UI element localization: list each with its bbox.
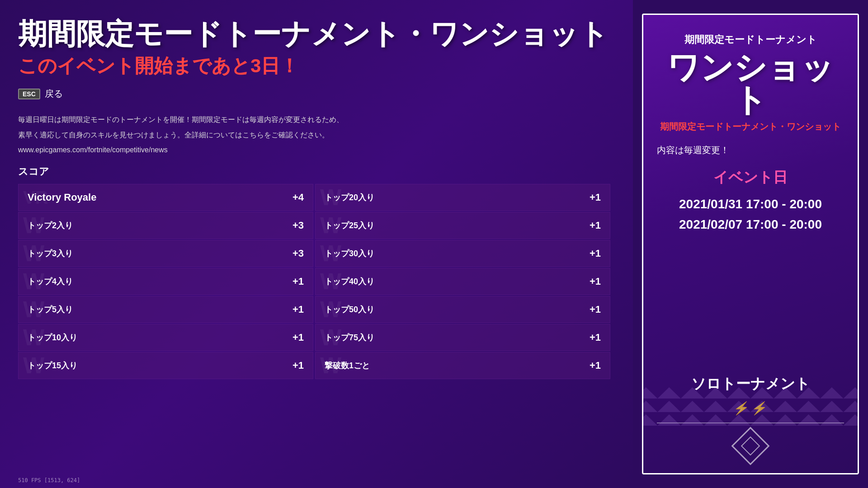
card-full-title: 期間限定モードトーナメント・ワンショット <box>660 121 841 133</box>
score-row: トップ15入り+1撃破数1ごと+1 <box>18 352 610 379</box>
card-dates: 2021/01/31 17:00 - 20:00 2021/02/07 17:0… <box>679 194 822 235</box>
card-event-day: イベント日 <box>713 168 788 188</box>
score-cell-left-label: トップ3入り <box>28 248 73 259</box>
score-cell-left: トップ3入り+3 <box>18 240 313 267</box>
right-panel: 期間限定モードトーナメント ワンショット 期間限定モードトーナメント・ワンショッ… <box>633 0 868 488</box>
fps-counter: 510 FPS [1513, 624] <box>18 477 80 483</box>
esc-badge: ESC <box>18 89 40 99</box>
diamond-icon <box>731 427 770 465</box>
card-title: ワンショット <box>657 51 844 116</box>
score-cell-left-label: トップ15入り <box>28 360 77 371</box>
score-cell-right-value: +1 <box>590 248 601 259</box>
page-title: 期間限定モードトーナメント・ワンショット <box>18 18 610 50</box>
score-cell-left: トップ5入り+1 <box>18 296 313 323</box>
score-cell-right-value: +1 <box>590 192 601 203</box>
score-cell-left-label: トップ5入り <box>28 304 73 315</box>
card-date1: 2021/01/31 17:00 - 20:00 <box>679 194 822 215</box>
back-button-area[interactable]: ESC 戻る <box>18 88 610 100</box>
score-cell-right: トップ25入り+1 <box>315 212 610 239</box>
score-cell-right-value: +1 <box>590 220 601 231</box>
description-line1: 毎週日曜日は期間限定モードのトーナメントを開催！期間限定モードは毎週内容が変更さ… <box>18 113 610 126</box>
score-label: スコア <box>18 165 610 178</box>
score-cell-left: トップ2入り+3 <box>18 212 313 239</box>
score-cell-right-value: +1 <box>590 304 601 315</box>
score-row: トップ2入り+3トップ25入り+1 <box>18 212 610 239</box>
score-row: トップ3入り+3トップ30入り+1 <box>18 240 610 267</box>
card-solo: ソロトーナメント <box>657 374 844 394</box>
score-cell-right-label: トップ30入り <box>325 248 374 259</box>
card-divider <box>657 422 844 423</box>
score-cell-right-label: トップ20入り <box>325 192 374 203</box>
score-cell-left-label: トップ2入り <box>28 220 73 231</box>
card-date2: 2021/02/07 17:00 - 20:00 <box>679 215 822 235</box>
score-row: トップ5入り+1トップ50入り+1 <box>18 296 610 323</box>
description-line2: 素早く適応して自身のスキルを見せつけましょう。全詳細についてはこちらをご確認くだ… <box>18 129 610 141</box>
score-cell-left-value: +1 <box>292 332 304 343</box>
score-table: Victory Royale+4トップ20入り+1トップ2入り+3トップ25入り… <box>18 184 610 379</box>
score-row: トップ10入り+1トップ75入り+1 <box>18 324 610 351</box>
left-panel: 期間限定モードトーナメント・ワンショット このイベント開始まであと3日！ ESC… <box>0 0 633 488</box>
score-cell-right-value: +1 <box>590 332 601 343</box>
score-cell-right-value: +1 <box>590 276 601 287</box>
score-cell-right-label: トップ25入り <box>325 220 374 231</box>
score-cell-right-label: トップ50入り <box>325 304 374 315</box>
score-cell-left-value: +1 <box>292 304 304 315</box>
score-cell-right-label: 撃破数1ごと <box>325 360 370 371</box>
score-cell-right: トップ50入り+1 <box>315 296 610 323</box>
score-cell-left-label: Victory Royale <box>28 192 96 203</box>
countdown-text: このイベント開始まであと3日！ <box>18 53 610 79</box>
card-lightning: ⚡ ⚡ <box>657 401 844 416</box>
score-cell-left-label: トップ10入り <box>28 332 77 343</box>
score-cell-left-label: トップ4入り <box>28 276 73 287</box>
score-cell-right: トップ20入り+1 <box>315 184 610 211</box>
event-card: 期間限定モードトーナメント ワンショット 期間限定モードトーナメント・ワンショッ… <box>642 14 859 474</box>
score-cell-left: トップ10入り+1 <box>18 324 313 351</box>
score-cell-left-value: +1 <box>292 276 304 287</box>
score-row: Victory Royale+4トップ20入り+1 <box>18 184 610 211</box>
card-weekly: 内容は毎週変更！ <box>657 144 844 156</box>
diamond-icon-inner <box>741 436 760 455</box>
score-cell-right-value: +1 <box>590 360 601 371</box>
score-cell-right: 撃破数1ごと+1 <box>315 352 610 379</box>
score-cell-left-value: +1 <box>292 360 304 371</box>
lightning-icon-2: ⚡ <box>750 401 769 416</box>
score-cell-left-value: +4 <box>292 192 304 203</box>
score-cell-left-value: +3 <box>292 220 304 231</box>
score-cell-left-value: +3 <box>292 248 304 259</box>
card-subtitle: 期間限定モードトーナメント <box>684 33 817 47</box>
score-cell-right: トップ75入り+1 <box>315 324 610 351</box>
score-cell-right: トップ40入り+1 <box>315 268 610 295</box>
score-cell-right-label: トップ40入り <box>325 276 374 287</box>
score-row: トップ4入り+1トップ40入り+1 <box>18 268 610 295</box>
score-cell-right-label: トップ75入り <box>325 332 374 343</box>
score-cell-left: Victory Royale+4 <box>18 184 313 211</box>
description-url: www.epicgames.com/fortnite/competitive/n… <box>18 144 610 156</box>
score-cell-left: トップ4入り+1 <box>18 268 313 295</box>
back-label: 戻る <box>45 88 63 100</box>
lightning-icon-1: ⚡ <box>732 401 751 416</box>
score-cell-right: トップ30入り+1 <box>315 240 610 267</box>
score-cell-left: トップ15入り+1 <box>18 352 313 379</box>
